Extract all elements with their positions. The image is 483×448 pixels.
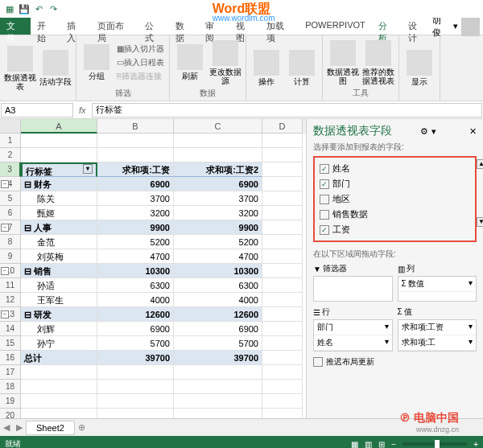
pivotchart-button[interactable]: 数据透视图 bbox=[326, 39, 360, 87]
pivot-value[interactable]: 9900 bbox=[174, 220, 262, 235]
area-filter[interactable] bbox=[313, 276, 393, 302]
field-item[interactable]: 销售数据 bbox=[318, 207, 472, 222]
cell[interactable] bbox=[97, 148, 174, 162]
tab-layout[interactable]: 页面布局 bbox=[91, 18, 138, 35]
pivot-row-label[interactable]: 甄姬 bbox=[21, 206, 97, 220]
pivot-value[interactable]: 3700 bbox=[97, 191, 174, 206]
pivot-value[interactable]: 5200 bbox=[97, 235, 174, 249]
cell[interactable] bbox=[97, 134, 174, 148]
pivot-value[interactable]: 6900 bbox=[97, 322, 174, 336]
cell[interactable] bbox=[97, 394, 174, 409]
field-pane-gear-icon[interactable]: ⚙ ▾ bbox=[420, 126, 436, 137]
collapse-icon[interactable]: − bbox=[1, 267, 9, 275]
cell[interactable] bbox=[262, 409, 303, 418]
defer-checkbox[interactable] bbox=[313, 357, 323, 367]
collapse-icon[interactable]: − bbox=[1, 310, 9, 319]
area-rows[interactable]: 部门▾ 姓名▾ bbox=[313, 319, 393, 351]
sheet-nav-next-icon[interactable]: ▶ bbox=[13, 422, 26, 433]
tab-analyze[interactable]: 分析 bbox=[372, 18, 402, 35]
cell[interactable] bbox=[174, 409, 262, 418]
pivot-value[interactable]: 9900 bbox=[97, 220, 174, 235]
pivot-value[interactable]: 6900 bbox=[174, 322, 262, 336]
cell[interactable] bbox=[21, 380, 97, 394]
pivot-value[interactable]: 4000 bbox=[97, 293, 174, 307]
cell[interactable] bbox=[97, 409, 174, 418]
pivot-value[interactable]: 10300 bbox=[97, 264, 174, 278]
field-checkbox[interactable]: ✓ bbox=[320, 164, 329, 174]
cell[interactable] bbox=[262, 249, 303, 264]
cell[interactable] bbox=[262, 235, 303, 249]
row-header[interactable]: 17 bbox=[0, 365, 21, 380]
cell[interactable] bbox=[97, 380, 174, 394]
pivot-value-header[interactable]: 求和项:工资 bbox=[97, 162, 174, 177]
insert-slicer-button[interactable]: ▦ 插入切片器 bbox=[115, 43, 166, 55]
collapse-icon[interactable]: − bbox=[1, 180, 9, 188]
tab-home[interactable]: 开始 bbox=[31, 18, 61, 35]
pivot-value[interactable]: 39700 bbox=[97, 351, 174, 365]
pivot-value[interactable]: 6900 bbox=[174, 177, 262, 191]
group-button[interactable]: 分组 bbox=[80, 39, 114, 87]
row-header[interactable]: 18 bbox=[0, 380, 21, 394]
cell[interactable] bbox=[21, 134, 97, 148]
cell[interactable] bbox=[262, 148, 303, 162]
cell[interactable] bbox=[262, 162, 303, 177]
pivot-row-label[interactable]: ⊟ 人事 bbox=[21, 220, 97, 235]
row-header[interactable]: 1 bbox=[0, 134, 21, 148]
field-checkbox[interactable]: ✓ bbox=[320, 225, 329, 235]
pivot-value[interactable]: 5700 bbox=[97, 336, 174, 351]
field-item[interactable]: ✓工资 bbox=[318, 222, 472, 237]
row-header[interactable]: 6 bbox=[0, 206, 21, 220]
cell[interactable] bbox=[262, 220, 303, 235]
pivot-row-label[interactable]: 金范 bbox=[21, 235, 97, 249]
user-dropdown-icon[interactable]: ▾ bbox=[453, 21, 458, 31]
field-scroll-up-icon[interactable]: ▲ bbox=[477, 159, 483, 169]
pivot-value[interactable]: 4700 bbox=[174, 249, 262, 264]
fx-icon[interactable]: fx bbox=[74, 105, 91, 115]
filter-conn-button[interactable]: ⎘ 筛选器连接 bbox=[115, 70, 166, 83]
row-header[interactable]: 15 bbox=[0, 336, 21, 351]
tab-file[interactable]: 文件 bbox=[0, 18, 31, 35]
pivot-value[interactable]: 3200 bbox=[174, 206, 262, 220]
pivot-value[interactable]: 6300 bbox=[97, 278, 174, 293]
tab-design[interactable]: 设计 bbox=[402, 18, 432, 35]
row-header[interactable]: 2 bbox=[0, 148, 21, 162]
name-box[interactable] bbox=[1, 103, 73, 117]
sheet-tab-active[interactable]: Sheet2 bbox=[26, 421, 75, 435]
row-header[interactable]: 14 bbox=[0, 322, 21, 336]
cell[interactable] bbox=[262, 365, 303, 380]
col-header-c[interactable]: C bbox=[174, 119, 262, 134]
zoom-in-icon[interactable]: + bbox=[473, 440, 478, 449]
cell[interactable] bbox=[174, 148, 262, 162]
area-vals[interactable]: 求和项:工资▾ 求和项:工▾ bbox=[398, 319, 477, 351]
cell[interactable] bbox=[21, 365, 97, 380]
cell[interactable] bbox=[21, 148, 97, 162]
cell[interactable] bbox=[262, 322, 303, 336]
cell[interactable] bbox=[262, 336, 303, 351]
change-datasource-button[interactable]: 更改数据源 bbox=[208, 39, 242, 87]
tab-powerpivot[interactable]: POWERPIVOT bbox=[299, 18, 372, 35]
pivot-value-header[interactable]: 求和项:工资2 bbox=[174, 162, 262, 177]
row-header[interactable]: 16 bbox=[0, 351, 21, 365]
cell[interactable] bbox=[21, 394, 97, 409]
formula-bar[interactable] bbox=[92, 103, 482, 117]
row-header[interactable]: −10 bbox=[0, 264, 21, 278]
cell[interactable] bbox=[262, 278, 303, 293]
area-item[interactable]: 姓名▾ bbox=[314, 335, 392, 351]
pivot-value[interactable]: 10300 bbox=[174, 264, 262, 278]
pivot-row-label[interactable]: 孙适 bbox=[21, 278, 97, 293]
field-pane-close-icon[interactable]: ✕ bbox=[469, 126, 477, 137]
save-icon[interactable]: 💾 bbox=[19, 3, 30, 14]
pivot-row-label-header[interactable]: 行标签▾ bbox=[21, 162, 97, 177]
pivot-value[interactable]: 3200 bbox=[97, 206, 174, 220]
area-item[interactable]: Σ 数值▾ bbox=[398, 277, 477, 292]
activefield-button[interactable]: 活动字段 bbox=[39, 44, 72, 92]
field-checkbox[interactable]: ✓ bbox=[320, 179, 329, 189]
sheet-add-icon[interactable]: ⊕ bbox=[75, 422, 89, 433]
cell[interactable] bbox=[174, 365, 262, 380]
collapse-icon[interactable]: − bbox=[1, 224, 9, 232]
recommended-pt-button[interactable]: 推荐的数据透视表 bbox=[361, 39, 395, 87]
tab-formulas[interactable]: 公式 bbox=[138, 18, 169, 35]
row-header[interactable]: 8 bbox=[0, 235, 21, 249]
insert-timeline-button[interactable]: ▭ 插入日程表 bbox=[115, 56, 166, 69]
row-header[interactable]: 12 bbox=[0, 293, 21, 307]
